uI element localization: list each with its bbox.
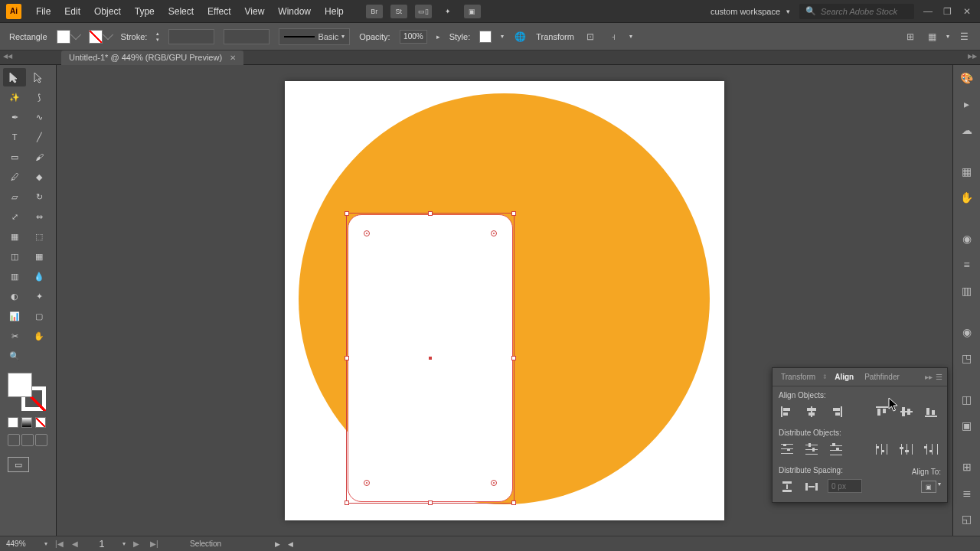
library-panel-icon[interactable]: ▸ [959,96,975,112]
corner-widget[interactable] [491,480,497,486]
pen-tool[interactable]: ✒ [3,108,26,126]
artboard-tool[interactable]: ▢ [28,307,51,325]
align-right-button[interactable] [828,404,844,419]
graphic-styles-panel-icon[interactable]: ◳ [959,350,975,367]
hand-tool[interactable]: ✋ [28,327,51,345]
mesh-tool[interactable]: ▦ [28,247,51,266]
menu-view[interactable]: View [238,6,272,17]
grid-icon[interactable]: ⊞ [903,30,917,44]
search-stock-field[interactable]: 🔍 [799,4,914,19]
menu-type[interactable]: Type [128,6,162,17]
resize-handle[interactable] [428,500,433,505]
screen-icon[interactable]: ▣ [464,5,481,18]
status-play-icon[interactable]: ▶ [275,540,280,548]
swatches-panel-icon[interactable]: ▦ [959,163,975,180]
free-transform-tool[interactable]: ▦ [3,227,26,246]
none-mode-icon[interactable] [35,417,46,428]
blend-tool[interactable]: ◐ [3,287,26,305]
artboards-panel-icon[interactable]: ▣ [959,417,975,434]
resize-handle[interactable] [345,500,349,505]
scale-tool[interactable]: ⤢ [3,207,26,226]
align-left-button[interactable] [779,404,795,419]
stroke-dropdown-icon[interactable] [102,29,113,40]
distribute-vcenter-button[interactable] [803,442,820,457]
workspace-label[interactable]: custom workspace [710,7,780,16]
menu-effect[interactable]: Effect [201,6,237,17]
minimize-button[interactable]: — [923,6,934,17]
distribute-vspacing-button[interactable] [779,479,795,494]
cloud-panel-icon[interactable]: ☁ [959,122,975,139]
chevron-down-icon[interactable]: ▾ [938,481,941,493]
collapse-panel-icon[interactable]: ▸▸ [925,373,933,381]
transform-panel-icon[interactable]: ⊞ [959,458,975,475]
expand-panels-icon[interactable]: ▶▶ [968,53,977,60]
distribute-hspacing-button[interactable] [803,479,820,494]
artboard[interactable] [285,81,724,520]
fill-swatch[interactable] [57,30,70,44]
last-artboard-button[interactable]: ▶| [150,540,159,548]
graphic-style-swatch[interactable] [479,31,492,43]
zoom-tool[interactable]: 🔍 [3,347,26,365]
eyedropper-tool[interactable]: 💧 [28,267,51,285]
line-tool[interactable]: ╱ [28,128,51,146]
brushes-panel-icon[interactable]: ✋ [959,189,975,206]
opacity-chevron-icon[interactable]: ▸ [436,33,440,41]
zoom-input[interactable] [6,540,37,548]
isolate-icon[interactable]: ⊡ [583,30,597,44]
menu-help[interactable]: Help [318,6,351,17]
artboard-number-input[interactable] [89,538,115,549]
eraser-tool[interactable]: ▱ [3,187,26,206]
shape-builder-tool[interactable]: ⬚ [28,227,51,246]
draw-normal-icon[interactable] [8,434,20,446]
chevron-down-icon[interactable]: ▾ [44,540,47,547]
corner-widget[interactable] [491,230,497,236]
symbol-sprayer-tool[interactable]: ✦ [28,287,51,305]
magic-wand-tool[interactable]: ✨ [3,88,26,106]
fill-indicator[interactable] [8,373,32,397]
align-icon[interactable]: ⫞ [606,30,620,44]
menu-window[interactable]: Window [271,6,318,17]
gradient-mode-icon[interactable] [21,417,32,428]
shaper-tool[interactable]: ◆ [28,168,51,186]
align-hcenter-button[interactable] [803,404,820,419]
draw-behind-icon[interactable] [21,434,34,446]
corner-widget[interactable] [364,480,370,486]
resize-handle[interactable] [428,211,433,216]
expand-tools-icon[interactable]: ◀◀ [3,53,12,60]
brush-definition[interactable]: Basic ▾ [279,28,350,45]
color-panel-icon[interactable]: 🎨 [959,70,975,86]
paintbrush-tool[interactable]: 🖌 [28,148,51,166]
document-tab[interactable]: Untitled-1* @ 449% (RGB/GPU Preview) ✕ [61,51,243,65]
status-back-icon[interactable]: ◀ [288,540,293,548]
arrange-docs-icon[interactable]: ▭▯ [415,5,432,18]
selection-bounding-box[interactable] [346,213,514,504]
appearance-panel-icon[interactable]: ◉ [959,324,975,341]
transform-link[interactable]: Transform [536,32,574,41]
spacing-input[interactable] [828,479,862,493]
snap-icon[interactable]: ▦ [925,30,939,44]
rectangle-tool[interactable]: ▭ [3,148,26,166]
selection-tool[interactable] [3,68,26,86]
align-bottom-button[interactable] [923,404,939,419]
stroke-weight-stepper[interactable]: ▴▾ [150,30,165,44]
fill-dropdown-icon[interactable] [70,29,80,40]
slice-tool[interactable]: ✂ [3,327,26,345]
graph-tool[interactable]: 📊 [3,307,26,325]
distribute-hcenter-button[interactable] [898,442,915,457]
tab-transform[interactable]: Transform [777,373,819,381]
type-tool[interactable]: T [3,128,26,146]
search-input[interactable] [821,7,908,16]
distribute-left-button[interactable] [874,442,890,457]
fill-stroke-indicator[interactable] [8,373,46,411]
perspective-tool[interactable]: ◫ [3,247,26,266]
layers-panel-icon[interactable]: ◫ [959,391,975,408]
first-artboard-button[interactable]: |◀ [55,540,64,548]
corner-widget[interactable] [364,230,370,236]
direct-selection-tool[interactable] [28,68,51,86]
stroke-weight-field[interactable] [168,29,214,44]
symbols-panel-icon[interactable]: ◉ [959,230,975,247]
menu-object[interactable]: Object [87,6,128,17]
align-vcenter-button[interactable] [898,404,915,419]
stroke-panel-icon[interactable]: ≡ [959,256,975,273]
width-tool[interactable]: ⇔ [28,207,51,226]
